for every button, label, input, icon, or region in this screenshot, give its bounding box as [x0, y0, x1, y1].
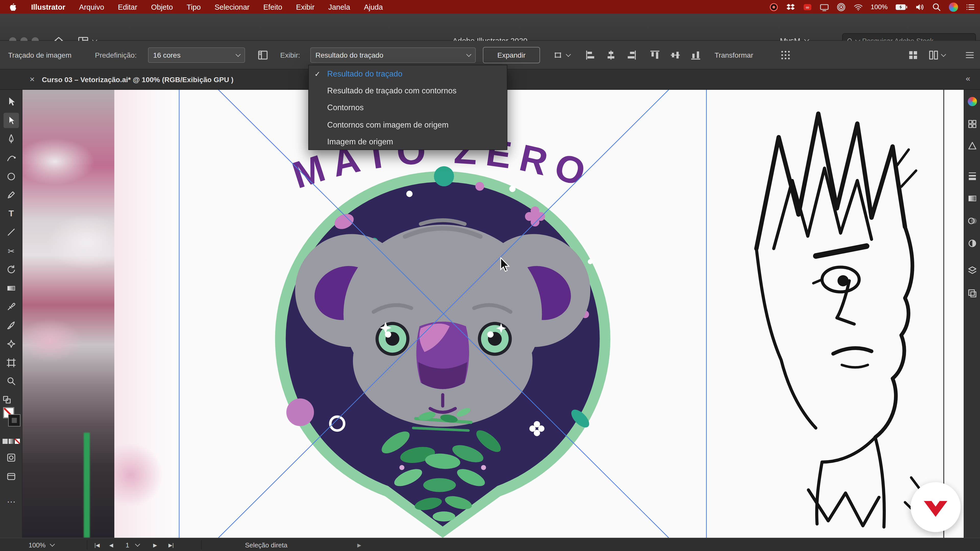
tool-rotate[interactable] [3, 262, 19, 277]
spotlight-icon[interactable] [932, 2, 941, 11]
apple-menu-icon[interactable] [8, 2, 18, 11]
swatches-panel-icon[interactable] [967, 118, 978, 130]
align-right-icon[interactable] [626, 49, 637, 61]
align-bottom-icon[interactable] [690, 49, 701, 61]
align-top-icon[interactable] [649, 49, 660, 61]
edit-toolbar-button[interactable]: … [3, 492, 19, 507]
menu-objeto[interactable]: Objeto [151, 3, 173, 11]
menubar-app-name[interactable]: Illustrator [31, 3, 65, 11]
zoom-control[interactable]: 100% [29, 538, 54, 551]
previous-artboard-button[interactable]: ◀ [109, 538, 113, 551]
tool-shaper[interactable] [3, 336, 19, 351]
tool-eyedropper[interactable] [3, 299, 19, 314]
tool-pen[interactable] [3, 131, 19, 146]
chevron-down-icon [466, 52, 471, 57]
preset-select[interactable]: 16 cores [148, 48, 245, 63]
reference-point-icon[interactable] [780, 49, 791, 61]
artboards-panel-icon[interactable] [967, 288, 978, 299]
align-horizontal-center-icon[interactable] [605, 49, 617, 61]
tool-paintbrush[interactable] [3, 318, 19, 333]
volume-icon[interactable] [915, 2, 924, 11]
user-avatar[interactable] [949, 2, 958, 11]
view-value: Resultado do traçado [315, 51, 383, 59]
expand-button[interactable]: Expandir [483, 47, 540, 63]
chevron-down-icon [50, 541, 55, 546]
tool-ellipse[interactable] [3, 169, 19, 184]
app-grid-icon[interactable] [907, 49, 919, 61]
menu-arquivo[interactable]: Arquivo [79, 3, 104, 11]
transform-link[interactable]: Transformar [714, 41, 753, 69]
first-artboard-button[interactable]: |◀ [94, 538, 100, 551]
tool-line-segment[interactable] [3, 224, 19, 240]
tool-zoom[interactable] [3, 373, 19, 389]
pencil-sketch-artwork[interactable] [747, 94, 946, 536]
view-select[interactable]: Resultado do traçado [310, 48, 476, 63]
tool-artboard[interactable] [3, 355, 19, 370]
next-artboard-button[interactable]: ▶ [153, 538, 157, 551]
select-similar-control[interactable] [553, 41, 570, 69]
color-guide-panel-icon[interactable] [967, 140, 978, 151]
battery-icon[interactable] [895, 3, 907, 11]
collapse-panels-icon[interactable]: « [966, 74, 970, 83]
menu-ajuda[interactable]: Ajuda [364, 3, 383, 11]
airdrop-icon[interactable] [837, 2, 846, 11]
artboard-canvas[interactable]: MATO ZERO [22, 90, 964, 538]
document-title: Curso 03 – Vetorização.ai* @ 100% (RGB/E… [42, 76, 234, 84]
current-tool-status: Seleção direta [245, 538, 287, 551]
screen-recording-icon[interactable] [769, 2, 778, 11]
menu-janela[interactable]: Janela [328, 3, 350, 11]
transparency-panel-icon[interactable] [967, 215, 978, 227]
battery-percent: 100% [871, 3, 888, 11]
tool-selection[interactable] [3, 94, 19, 109]
color-panel-icon[interactable] [967, 96, 978, 107]
document-tab[interactable]: × Curso 03 – Vetorização.ai* @ 100% (RGB… [30, 69, 234, 90]
color-mode-icon[interactable] [3, 439, 8, 444]
artboard-select-chevron[interactable] [135, 541, 140, 546]
tool-pencil[interactable] [3, 187, 19, 203]
align-vertical-center-icon[interactable] [670, 49, 681, 61]
screen-mode-button[interactable] [3, 469, 19, 484]
notification-list-icon[interactable] [966, 2, 975, 11]
dropbox-icon[interactable] [786, 2, 795, 11]
tools-panel: T ✂ [0, 90, 22, 538]
close-tab-icon[interactable]: × [30, 75, 35, 85]
tool-scissors[interactable]: ✂ [3, 243, 19, 259]
menu-tipo[interactable]: Tipo [186, 3, 200, 11]
creative-cloud-icon[interactable]: ∞ [803, 2, 812, 11]
tool-direct-selection[interactable] [3, 113, 19, 128]
stroke-swatch[interactable] [9, 415, 20, 426]
chevron-down-icon [235, 52, 241, 57]
koala-badge-artwork[interactable]: MATO ZERO [251, 129, 641, 538]
chevron-down-icon [566, 52, 571, 57]
gradient-panel-icon[interactable] [967, 193, 978, 204]
appearance-panel-icon[interactable] [967, 238, 978, 249]
document-layout-control[interactable] [928, 41, 945, 69]
drawing-modes-button[interactable] [3, 450, 19, 465]
status-play-icon[interactable]: ▶ [357, 538, 361, 551]
source-photo-image[interactable] [22, 90, 115, 538]
menu-editar[interactable]: Editar [118, 3, 137, 11]
gradient-mode-icon[interactable] [9, 439, 14, 444]
dropdown-item-outlines-source[interactable]: Contornos com imagem de origem [309, 116, 507, 133]
menu-efeito[interactable]: Efeito [263, 3, 282, 11]
none-mode-icon[interactable] [15, 439, 20, 444]
image-trace-panel-icon[interactable] [257, 49, 269, 61]
select-similar-icon [553, 50, 563, 60]
align-left-icon[interactable] [585, 49, 596, 61]
menu-selecionar[interactable]: Selecionar [215, 3, 250, 11]
swap-fill-stroke-icon[interactable] [3, 396, 11, 404]
wifi-icon[interactable] [853, 2, 863, 11]
dropdown-item-source-image[interactable]: Imagem de origem [309, 133, 507, 151]
panel-menu-icon[interactable] [965, 50, 975, 60]
dropdown-item-trace-result[interactable]: ✓ Resultado do traçado [309, 65, 507, 83]
display-icon[interactable] [820, 2, 829, 11]
dropdown-item-trace-result-outlines[interactable]: Resultado de traçado com contornos [309, 83, 507, 100]
layers-panel-icon[interactable] [967, 265, 978, 276]
dropdown-item-outlines[interactable]: Contornos [309, 100, 507, 117]
menu-exibir[interactable]: Exibir [296, 3, 315, 11]
stroke-panel-icon[interactable] [967, 170, 978, 181]
last-artboard-button[interactable]: ▶| [169, 538, 174, 551]
tool-type[interactable]: T [3, 206, 19, 221]
tool-curvature[interactable] [3, 150, 19, 165]
tool-gradient[interactable] [3, 281, 19, 296]
